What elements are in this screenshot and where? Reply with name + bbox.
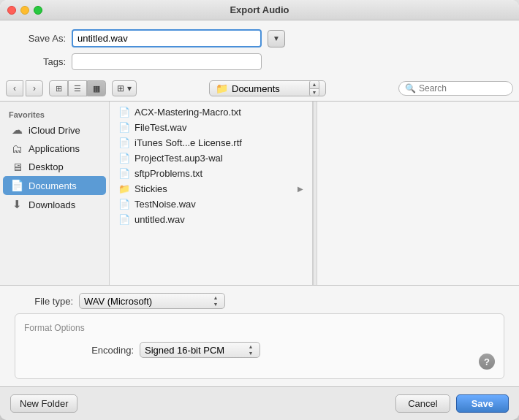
stepper-down-icon: ▼: [246, 350, 255, 356]
save-as-row: Save As: ▼: [0, 20, 519, 50]
file-name: FileTest.wav: [135, 122, 187, 133]
folder-icon: 📁: [216, 83, 228, 94]
file-item[interactable]: 📄 TestNoise.wav: [110, 196, 312, 212]
tags-row: Tags:: [0, 50, 519, 77]
arrange-button[interactable]: ⊞ ▾: [112, 80, 137, 96]
search-box: 🔍: [398, 81, 513, 96]
stepper-down[interactable]: ▼: [310, 89, 319, 96]
folder-row: Stickies ▶: [135, 183, 303, 194]
location-stepper[interactable]: ▲ ▼: [309, 80, 319, 96]
location-label: Documents: [232, 83, 280, 94]
arrange-chevron: ▾: [127, 83, 132, 93]
format-options-title: Format Options: [24, 323, 495, 333]
file-column-secondary: [317, 102, 520, 285]
toolbar: ‹ › ⊞ ☰ ▦ ⊞ ▾ 📁 Documents ▲ ▼ 🔍: [0, 77, 519, 102]
file-name: untitled.wav: [135, 214, 185, 225]
file-type-select[interactable]: WAV (Microsoft) ▲ ▼: [79, 293, 225, 309]
file-item[interactable]: 📄 ProjectTest.aup3-wal: [110, 150, 312, 166]
file-icon: 📄: [118, 199, 130, 210]
new-folder-button[interactable]: New Folder: [10, 394, 77, 413]
search-input[interactable]: [419, 83, 507, 93]
file-icon: 📄: [118, 122, 130, 133]
icon-view-button[interactable]: ⊞: [49, 80, 68, 96]
file-icon: 📄: [118, 168, 130, 179]
sidebar-item-label: Applications: [29, 143, 80, 154]
file-name: ProjectTest.aup3-wal: [135, 153, 223, 164]
stepper-up-icon: ▲: [211, 294, 220, 301]
file-item[interactable]: 📄 sftpProblems.txt: [110, 166, 312, 181]
footer: New Folder Cancel Save: [0, 386, 519, 420]
file-item[interactable]: 📄 iTunes Soft...e License.rtf: [110, 135, 312, 150]
applications-icon: 🗂: [10, 142, 23, 155]
file-list-area: 📄 ACX-Mastering-Macro.txt 📄 FileTest.wav…: [110, 102, 519, 285]
sidebar-item-documents[interactable]: 📄 Documents: [3, 176, 106, 195]
file-type-value: WAV (Microsoft): [84, 296, 152, 307]
format-options-box: Format Options Encoding: Signed 16-bit P…: [15, 313, 504, 379]
file-item[interactable]: 📄 ACX-Mastering-Macro.txt: [110, 104, 312, 120]
help-button[interactable]: ?: [479, 354, 495, 370]
file-item-folder[interactable]: 📁 Stickies ▶: [110, 181, 312, 196]
file-column-main: 📄 ACX-Mastering-Macro.txt 📄 FileTest.wav…: [110, 102, 313, 285]
chevron-right-icon: ▶: [298, 185, 303, 193]
downloads-icon: ⬇: [10, 198, 23, 211]
window-title: Export Audio: [230, 4, 289, 15]
titlebar: Export Audio: [0, 0, 519, 20]
file-name: iTunes Soft...e License.rtf: [135, 137, 242, 148]
forward-button[interactable]: ›: [26, 80, 43, 96]
file-name: TestNoise.wav: [135, 199, 196, 210]
maximize-button[interactable]: [34, 6, 42, 15]
documents-icon: 📄: [10, 179, 23, 192]
location-select[interactable]: 📁 Documents ▲ ▼: [209, 80, 326, 96]
stepper-up[interactable]: ▲: [310, 81, 319, 89]
encoding-select[interactable]: Signed 16-bit PCM ▲ ▼: [140, 342, 260, 358]
tags-input[interactable]: [72, 53, 262, 70]
traffic-lights: [7, 6, 42, 15]
sidebar-item-desktop[interactable]: 🖥 Desktop: [3, 158, 106, 176]
file-icon: 📄: [118, 107, 130, 118]
main-content: Favorites ☁ iCloud Drive 🗂 Applications …: [0, 102, 519, 286]
location-dropdown: 📁 Documents ▲ ▼: [140, 80, 395, 96]
cancel-button[interactable]: Cancel: [395, 394, 450, 413]
close-button[interactable]: [7, 6, 16, 15]
encoding-label: Encoding:: [83, 345, 134, 356]
file-name: ACX-Mastering-Macro.txt: [135, 107, 241, 118]
save-as-label: Save As:: [15, 33, 66, 44]
sidebar-item-label: Documents: [29, 180, 77, 191]
file-icon: 📄: [118, 137, 130, 148]
file-item[interactable]: 📄 untitled.wav: [110, 212, 312, 227]
sidebar: Favorites ☁ iCloud Drive 🗂 Applications …: [0, 102, 110, 285]
stepper-down-icon: ▼: [211, 301, 220, 308]
sidebar-item-label: iCloud Drive: [29, 125, 80, 136]
save-button[interactable]: Save: [456, 394, 509, 413]
sidebar-section-label: Favorites: [0, 107, 109, 121]
sidebar-item-label: Downloads: [29, 199, 75, 210]
sidebar-item-downloads[interactable]: ⬇ Downloads: [3, 195, 106, 214]
footer-right: Cancel Save: [395, 394, 509, 413]
tags-label: Tags:: [15, 56, 66, 67]
save-as-input[interactable]: [72, 29, 262, 47]
sidebar-item-icloud-drive[interactable]: ☁ iCloud Drive: [3, 121, 106, 140]
folder-select-inner: 📁 Documents: [216, 83, 280, 94]
back-button[interactable]: ‹: [6, 80, 23, 96]
file-item[interactable]: 📄 FileTest.wav: [110, 120, 312, 135]
stepper-up-icon: ▲: [246, 343, 255, 350]
file-name: sftpProblems.txt: [135, 168, 202, 179]
sidebar-item-label: Desktop: [29, 161, 64, 172]
sidebar-item-applications[interactable]: 🗂 Applications: [3, 140, 106, 158]
encoding-value: Signed 16-bit PCM: [145, 345, 224, 356]
export-audio-dialog: Export Audio Save As: ▼ Tags: ‹ › ⊞ ☰ ▦ …: [0, 0, 519, 420]
file-type-stepper[interactable]: ▲ ▼: [211, 294, 220, 308]
column-view-button[interactable]: ▦: [87, 80, 106, 96]
expand-button[interactable]: ▼: [268, 30, 285, 47]
encoding-stepper[interactable]: ▲ ▼: [246, 343, 255, 356]
folder-icon: 📁: [118, 183, 130, 194]
file-type-row: File type: WAV (Microsoft) ▲ ▼: [15, 293, 504, 309]
arrange-icon: ⊞: [117, 83, 124, 93]
file-name: Stickies: [135, 183, 167, 194]
list-view-button[interactable]: ☰: [68, 80, 87, 96]
icloud-icon: ☁: [10, 123, 23, 137]
desktop-icon: 🖥: [10, 161, 23, 173]
file-type-label: File type:: [15, 296, 73, 307]
minimize-button[interactable]: [20, 6, 29, 15]
file-icon: 📄: [118, 214, 130, 225]
